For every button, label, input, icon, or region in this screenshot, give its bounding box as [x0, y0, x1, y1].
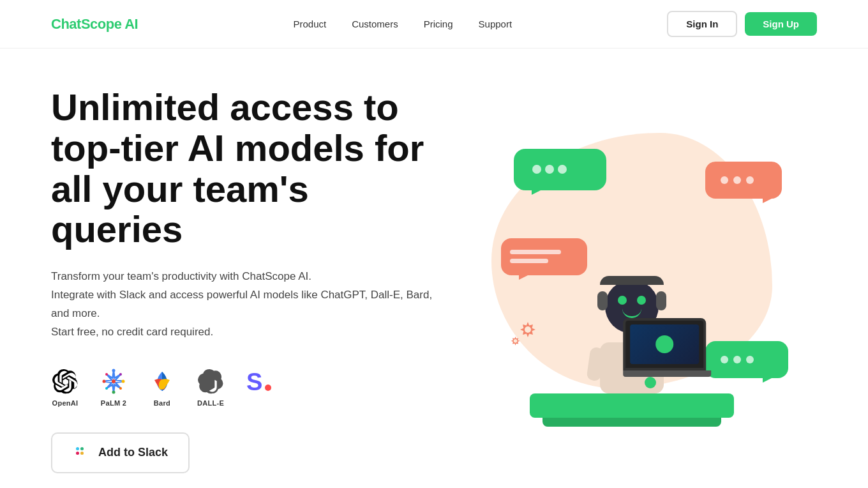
- nav-buttons: Sign In Sign Up: [667, 11, 817, 37]
- nav-link-customers[interactable]: Customers: [352, 19, 398, 29]
- slack-icon: [73, 444, 91, 462]
- svg-text:S: S: [246, 369, 262, 395]
- svg-rect-28: [510, 250, 561, 254]
- svg-marker-31: [763, 378, 772, 383]
- bard-logo: Bard: [148, 367, 176, 407]
- svg-point-25: [746, 176, 754, 184]
- robot-earphone-right: [656, 291, 666, 310]
- navbar: ChatScope AI Product Customers Pricing S…: [0, 0, 868, 49]
- svg-point-35: [525, 326, 531, 333]
- svg-marker-17: [532, 190, 541, 195]
- svg-point-3: [112, 390, 116, 393]
- laptop-screen: [623, 318, 706, 370]
- hero-left: Unlimited access to top-tier AI models f…: [51, 87, 447, 473]
- robot-eyes: [618, 296, 646, 305]
- laptop-base: [623, 370, 711, 377]
- signin-button[interactable]: Sign In: [667, 11, 737, 37]
- chat-bubble-green-tl: [514, 149, 606, 197]
- dalle-label: DALL-E: [197, 399, 224, 407]
- slack-btn-label: Add to Slack: [98, 446, 168, 459]
- svg-point-4: [103, 379, 106, 383]
- svg-point-36: [514, 339, 518, 343]
- robot-badge: [645, 377, 656, 388]
- svg-rect-21: [705, 162, 782, 199]
- desk-shadow: [542, 418, 721, 427]
- svg-rect-26: [501, 238, 587, 275]
- chat-bubble-green-br: [705, 341, 788, 385]
- palm2-icon: [100, 367, 128, 395]
- svg-rect-13: [76, 447, 79, 450]
- bard-icon: [148, 367, 176, 395]
- svg-point-23: [721, 176, 728, 184]
- svg-point-34: [746, 356, 754, 363]
- svg-point-8: [105, 373, 108, 376]
- add-to-slack-button[interactable]: Add to Slack: [51, 432, 190, 473]
- svg-point-1: [112, 369, 116, 372]
- svg-point-19: [545, 165, 554, 174]
- laptop-logo: [655, 335, 673, 353]
- svg-rect-29: [510, 259, 548, 263]
- dalle-logo: DALL-E: [197, 367, 225, 407]
- hero-illustration: [447, 114, 817, 446]
- svg-point-6: [119, 387, 122, 390]
- bard-label: Bard: [154, 399, 170, 407]
- svg-rect-12: [76, 452, 79, 455]
- robot-eye-right: [637, 296, 646, 305]
- svg-point-10: [265, 385, 271, 391]
- robot-earphone-left: [597, 291, 608, 310]
- svg-rect-14: [80, 447, 84, 450]
- dalle-icon: [197, 367, 225, 395]
- svg-point-20: [558, 165, 567, 174]
- signup-button[interactable]: Sign Up: [745, 12, 817, 36]
- ai-logos-row: OpenAI: [51, 367, 447, 407]
- openai-icon: [51, 367, 79, 395]
- svg-marker-22: [763, 199, 772, 203]
- nav-link-product[interactable]: Product: [293, 19, 326, 29]
- robot-eye-left: [618, 296, 627, 305]
- robot-headband: [600, 276, 664, 285]
- laptop-illustration: [623, 318, 711, 377]
- openai-logo: OpenAI: [51, 367, 79, 407]
- svg-rect-15: [80, 452, 84, 455]
- hero-title: Unlimited access to top-tier AI models f…: [51, 87, 447, 250]
- gears-decoration: [507, 319, 552, 360]
- desk-surface: [530, 393, 734, 418]
- chat-bubble-salmon-tr: [705, 162, 782, 206]
- robot-smile: [622, 309, 641, 318]
- svg-marker-27: [519, 275, 528, 280]
- hero-subtitle: Transform your team's productivity with …: [51, 268, 447, 342]
- svg-point-18: [532, 165, 541, 174]
- laptop-screen-inner: [630, 324, 699, 364]
- svg-point-2: [122, 379, 125, 383]
- nav-links: Product Customers Pricing Support: [293, 19, 512, 29]
- openai-label: OpenAI: [52, 399, 79, 407]
- palm2-label: PaLM 2: [101, 399, 126, 407]
- stripe-logo: S S.: [245, 367, 273, 407]
- hero-section: Unlimited access to top-tier AI models f…: [0, 49, 868, 488]
- svg-point-24: [733, 176, 741, 184]
- logo[interactable]: ChatScope AI: [51, 16, 138, 33]
- svg-point-5: [119, 373, 122, 376]
- svg-point-33: [733, 356, 741, 363]
- chat-bubble-salmon-mid: [501, 238, 587, 282]
- svg-point-32: [721, 356, 728, 363]
- svg-point-7: [105, 387, 108, 390]
- stripe-icon: S: [245, 367, 273, 395]
- svg-point-0: [112, 379, 116, 383]
- palm2-logo: PaLM 2: [100, 367, 128, 407]
- nav-link-support[interactable]: Support: [479, 19, 513, 29]
- nav-link-pricing[interactable]: Pricing: [424, 19, 453, 29]
